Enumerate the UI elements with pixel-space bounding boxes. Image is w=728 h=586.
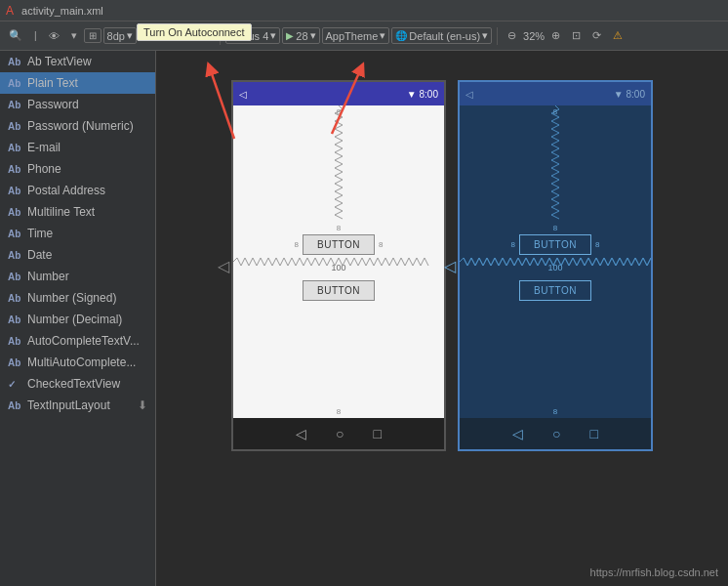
file-title: activity_main.xml bbox=[21, 5, 103, 17]
margin-label-top: 8 bbox=[295, 224, 384, 232]
content-area: ◁ ◁ ▼ 8:00 8 bbox=[156, 51, 728, 586]
palette-item-postal[interactable]: Ab Postal Address bbox=[0, 180, 155, 201]
theme-dropdown[interactable]: AppTheme ▾ bbox=[322, 27, 390, 44]
palette-item-email[interactable]: Ab E-mail bbox=[0, 137, 155, 158]
bp-status-left: ◁ bbox=[465, 89, 473, 100]
palette-item-phone[interactable]: Ab Phone bbox=[0, 158, 155, 180]
zoom-out-button[interactable]: ⊖ bbox=[503, 27, 521, 44]
palette-item-number[interactable]: Ab Number bbox=[0, 266, 155, 287]
wifi-icon: ▼ bbox=[407, 89, 417, 100]
left-zigzag bbox=[233, 257, 444, 267]
phones-row: ◁ ◁ ▼ 8:00 8 bbox=[231, 80, 653, 451]
autoconnect-tooltip: Turn On Autoconnect bbox=[137, 23, 252, 41]
design-phone-content[interactable]: 8 bbox=[233, 105, 444, 418]
multiline-icon: Ab bbox=[8, 207, 23, 218]
status-left: ◁ bbox=[239, 89, 247, 100]
margin-right-label: 8 bbox=[379, 240, 383, 249]
blueprint-nav-bar: ◁ ○ □ bbox=[460, 418, 651, 449]
zoom-in-button[interactable]: ⊕ bbox=[546, 27, 565, 44]
zoom-label: 32% bbox=[523, 30, 545, 42]
palette-item-number-signed[interactable]: Ab Number (Signed) bbox=[0, 287, 155, 309]
palette-item-checked[interactable]: ✓ CheckedTextView bbox=[0, 373, 155, 395]
palette-item-time[interactable]: Ab Time bbox=[0, 223, 155, 244]
date-icon: Ab bbox=[8, 250, 23, 261]
blueprint-phone: ◁ ▼ 8:00 bbox=[458, 80, 653, 451]
design-status-bar: ◁ ▼ 8:00 bbox=[233, 82, 444, 105]
fit-button[interactable]: ⊡ bbox=[567, 27, 586, 44]
autoconnect-button[interactable]: ⊞ bbox=[84, 28, 101, 43]
phone-left-nav: ◁ bbox=[218, 257, 229, 275]
textview-icon: Ab bbox=[8, 57, 23, 67]
design-button-1[interactable]: BUTTON bbox=[303, 234, 375, 255]
bp-right-zigzag bbox=[460, 257, 651, 267]
main-layout: Ab Ab TextView Ab Plain Text Ab Password… bbox=[0, 51, 728, 586]
palette-item-multiline[interactable]: Ab Multiline Text bbox=[0, 201, 155, 223]
watermark: https://mrfish.blog.csdn.net bbox=[590, 566, 718, 578]
palette-item-autocomplete[interactable]: Ab AutoCompleteTextV... bbox=[0, 330, 155, 352]
phone-icon: Ab bbox=[8, 164, 23, 175]
blueprint-left-nav: ◁ bbox=[444, 257, 456, 275]
autocomplete-icon: Ab bbox=[8, 336, 23, 347]
search-button[interactable]: 🔍 bbox=[4, 27, 27, 44]
palette-item-textview[interactable]: Ab Ab TextView bbox=[0, 51, 155, 72]
palette-item-password-numeric[interactable]: Ab Password (Numeric) bbox=[0, 115, 155, 137]
eye-dropdown[interactable]: ▾ bbox=[66, 27, 82, 44]
design-nav-bar: ◁ ○ □ bbox=[233, 418, 444, 449]
download-icon: ⬇ bbox=[138, 398, 147, 412]
password-numeric-icon: Ab bbox=[8, 121, 23, 132]
layout-mode-button[interactable]: | bbox=[29, 28, 42, 43]
bp-top-margin: 8 bbox=[553, 107, 557, 116]
refresh-button[interactable]: ⟳ bbox=[587, 27, 606, 44]
blueprint-status-bar: ◁ ▼ 8:00 bbox=[460, 82, 651, 105]
number-signed-icon: Ab bbox=[8, 293, 23, 304]
design-phone: ◁ ▼ 8:00 8 bbox=[231, 80, 446, 451]
bottom-margin-label: 8 bbox=[337, 407, 341, 416]
palette-item-date[interactable]: Ab Date bbox=[0, 244, 155, 266]
email-icon: Ab bbox=[8, 143, 23, 153]
bp-back-icon: ◁ bbox=[512, 426, 523, 441]
palette-item-plaintext[interactable]: Ab Plain Text bbox=[0, 72, 155, 94]
bp-recent-icon: □ bbox=[590, 426, 598, 441]
bp-wifi-icon: ▼ bbox=[614, 89, 624, 100]
textinput-icon: Ab bbox=[8, 400, 23, 411]
blueprint-button-1[interactable]: BUTTON bbox=[519, 234, 591, 255]
blueprint-phone-content[interactable]: 8 8 8 bbox=[460, 105, 651, 418]
eye-button[interactable]: 👁 bbox=[44, 28, 64, 44]
bp-status-time: 8:00 bbox=[627, 89, 645, 100]
top-bar: A activity_main.xml bbox=[0, 0, 728, 21]
palette: Ab Ab TextView Ab Plain Text Ab Password… bbox=[0, 51, 156, 586]
palette-item-number-decimal[interactable]: Ab Number (Decimal) bbox=[0, 309, 155, 330]
warning-button[interactable]: ⚠ bbox=[608, 27, 627, 44]
bp-margin-left-label: 8 bbox=[511, 240, 515, 249]
design-phone-frame: ◁ ◁ ▼ 8:00 8 bbox=[231, 80, 446, 451]
bp-margin-right-label: 8 bbox=[595, 240, 599, 249]
plaintext-icon: Ab bbox=[8, 78, 23, 89]
margin-left-label: 8 bbox=[295, 240, 299, 249]
file-icon: A bbox=[6, 4, 14, 18]
palette-item-textinput[interactable]: Ab TextInputLayout ⬇ bbox=[0, 395, 155, 416]
number-decimal-icon: Ab bbox=[8, 314, 23, 325]
checked-icon: ✓ bbox=[8, 379, 23, 390]
multiauto-icon: Ab bbox=[8, 357, 23, 368]
bp-bottom-margin: 8 bbox=[553, 407, 557, 416]
margin-dropdown[interactable]: 8dp ▾ bbox=[103, 27, 137, 44]
api-dropdown[interactable]: ▶ 28 ▾ bbox=[282, 27, 319, 44]
bp-margin-top: 8 bbox=[511, 224, 600, 232]
toolbar: 🔍 | Turn On Autoconnect 👁 ▾ ⊞ 8dp ▾ ✂ ✦ … bbox=[0, 21, 728, 51]
recent-nav-icon: □ bbox=[374, 426, 382, 441]
back-nav-icon: ◁ bbox=[296, 426, 306, 441]
password-icon: Ab bbox=[8, 100, 23, 110]
number-icon: Ab bbox=[8, 272, 23, 282]
status-time: 8:00 bbox=[420, 89, 438, 100]
sep2 bbox=[497, 27, 498, 45]
palette-item-password[interactable]: Ab Password bbox=[0, 94, 155, 115]
locale-dropdown[interactable]: 🌐 Default (en-us) ▾ bbox=[391, 27, 492, 44]
blueprint-phone-frame: ◁ ◁ ▼ 8:00 bbox=[458, 80, 653, 451]
home-nav-icon: ○ bbox=[336, 426, 344, 441]
palette-item-multiauto[interactable]: Ab MultiAutoComplete... bbox=[0, 352, 155, 373]
postal-icon: Ab bbox=[8, 186, 23, 196]
time-icon: Ab bbox=[8, 229, 23, 239]
bp-home-icon: ○ bbox=[552, 426, 560, 441]
